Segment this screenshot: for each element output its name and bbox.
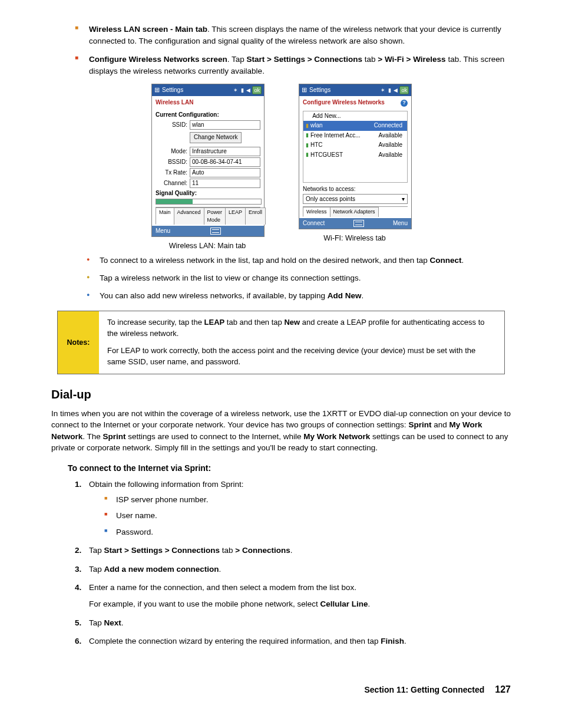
screenshot-body: Current Configuration: SSID:wlan Change … — [152, 108, 264, 226]
keyboard-icon[interactable] — [210, 228, 221, 235]
bullet-wlan-main: Wireless LAN screen - Main tab. This scr… — [75, 24, 511, 47]
signal-icon: ▮ — [306, 131, 309, 139]
sub-bullet-list: To connect to a wireless network in the … — [51, 255, 511, 301]
status-icons: ✶ ▮ ◀ — [233, 87, 251, 94]
tab-main[interactable]: Main — [156, 207, 174, 225]
notes-box: Notes: To increase security, tap the LEA… — [57, 311, 505, 374]
access-dropdown[interactable]: Only access points▾ — [303, 194, 408, 204]
caption-1: Wireless LAN: Main tab — [151, 241, 263, 251]
step-6: Complete the connection wizard by enteri… — [75, 635, 511, 647]
screenshot-configure-wireless: ⊞ Settings ✶ ▮ ◀ ok Configure Wireless N… — [299, 84, 411, 251]
tab-wireless[interactable]: Wireless — [303, 207, 330, 217]
document-page: Wireless LAN screen - Main tab. This scr… — [39, 24, 523, 696]
step-1-item: ISP server phone number. — [104, 494, 511, 506]
signal-quality-label: Signal Quality: — [156, 189, 260, 198]
current-config-label: Current Configuration: — [156, 111, 260, 120]
footer-page: 127 — [495, 683, 511, 696]
menu-button[interactable]: Menu — [156, 227, 170, 236]
step-4: Enter a name for the connection, and the… — [75, 582, 511, 610]
screenshot-wlan-frame: ⊞ Settings ✶ ▮ ◀ ok Wireless LAN Current… — [151, 84, 265, 237]
step-1: Obtain the following information from Sp… — [75, 479, 511, 538]
titlebar: ⊞ Settings ✶ ▮ ◀ ok — [299, 84, 411, 96]
tabs-row: Main Advanced Power Mode LEAP Enroll — [156, 207, 260, 225]
notes-label: Notes: — [58, 311, 99, 373]
network-row[interactable]: ▮Free Internet Acc...Available — [303, 131, 407, 141]
network-row[interactable]: ▮HTCGUESTAvailable — [303, 150, 407, 160]
subheading: To connect to the Internet via Sprint: — [68, 462, 511, 474]
sub-bullet-view-settings: Tap a wireless network in the list to vi… — [87, 272, 511, 284]
menu-button[interactable]: Menu — [393, 219, 408, 228]
windows-icon: ⊞ — [302, 85, 307, 95]
top-bullet-list: Wireless LAN screen - Main tab. This scr… — [51, 24, 511, 77]
bullet-configure: Configure Wireless Networks screen. Tap … — [75, 54, 511, 77]
notes-p1: To increase security, tap the LEAP tab a… — [107, 317, 496, 340]
footer-section: Section 11: Getting Connected — [364, 684, 484, 696]
steps-list: Obtain the following information from Sp… — [51, 479, 511, 647]
add-new-row[interactable]: Add New... — [303, 111, 407, 121]
screenshot-wlan-main: ⊞ Settings ✶ ▮ ◀ ok Wireless LAN Current… — [151, 84, 263, 251]
mode-input[interactable]: Infrastructure — [190, 147, 260, 156]
screenshot-body: Add New... ▮wlanConnected ▮Free Internet… — [299, 108, 411, 219]
ssid-input[interactable]: wlan — [190, 120, 260, 130]
step-3: Tap Add a new modem connection. — [75, 564, 511, 575]
tab-enroll[interactable]: Enroll — [245, 207, 266, 225]
ok-button[interactable]: ok — [252, 86, 262, 94]
signal-icon: ▮ — [306, 122, 309, 130]
screenshot-configure-frame: ⊞ Settings ✶ ▮ ◀ ok Configure Wireless N… — [299, 84, 412, 229]
bssid-input[interactable]: 00-0B-86-34-07-41 — [190, 157, 260, 167]
sub-bullet-add-new: You can also add new wireless networks, … — [87, 290, 511, 302]
step-4-extra: For example, if you want to use the mobi… — [89, 598, 511, 610]
signal-icon: ▮ — [306, 151, 309, 159]
step-5: Tap Next. — [75, 617, 511, 629]
access-label: Networks to access: — [303, 185, 408, 194]
help-icon[interactable]: ? — [401, 100, 408, 107]
notes-p2: For LEAP to work correctly, both the acc… — [107, 345, 496, 368]
txrate-input[interactable]: Auto — [190, 168, 260, 177]
dialup-paragraph: In times when you are not within the cov… — [51, 408, 511, 454]
dialup-heading: Dial-up — [51, 386, 511, 403]
network-row[interactable]: ▮HTCAvailable — [303, 140, 407, 150]
network-row[interactable]: ▮wlanConnected — [303, 121, 407, 131]
bullet-configure-title: Configure Wireless Networks screen — [89, 55, 227, 64]
ok-button[interactable]: ok — [399, 86, 409, 94]
tab-advanced[interactable]: Advanced — [174, 207, 204, 225]
tabs-row: Wireless Network Adapters — [303, 206, 408, 217]
section-header: Wireless LAN — [152, 96, 264, 108]
tab-leap[interactable]: LEAP — [225, 207, 246, 225]
page-footer: Section 11: Getting Connected 127 — [51, 683, 511, 696]
tab-power-mode[interactable]: Power Mode — [204, 207, 226, 225]
titlebar-text: Settings — [309, 86, 330, 95]
step-2: Tap Start > Settings > Connections tab >… — [75, 545, 511, 556]
bullet-wlan-main-title: Wireless LAN screen - Main tab — [89, 25, 207, 34]
change-network-button[interactable]: Change Network — [190, 132, 242, 143]
chevron-down-icon: ▾ — [402, 195, 405, 204]
notes-body: To increase security, tap the LEAP tab a… — [99, 311, 504, 373]
section-header: Configure Wireless Networks ? — [299, 96, 411, 108]
screenshots-row: ⊞ Settings ✶ ▮ ◀ ok Wireless LAN Current… — [51, 84, 511, 251]
status-icons: ✶ ▮ ◀ — [381, 87, 398, 94]
titlebar-text: Settings — [162, 86, 183, 95]
menubar: Menu — [152, 226, 264, 236]
network-list[interactable]: Add New... ▮wlanConnected ▮Free Internet… — [303, 111, 408, 183]
tab-network-adapters[interactable]: Network Adapters — [330, 207, 379, 217]
menubar: Connect Menu — [299, 218, 411, 229]
signal-icon: ▮ — [306, 141, 309, 149]
sub-bullet-connect: To connect to a wireless network in the … — [87, 255, 511, 266]
channel-input[interactable]: 11 — [190, 179, 260, 188]
step-1-item: User name. — [104, 510, 511, 522]
signal-quality-bar — [156, 199, 262, 205]
keyboard-icon[interactable] — [353, 220, 364, 227]
step-1-items: ISP server phone number. User name. Pass… — [89, 494, 511, 538]
windows-icon: ⊞ — [154, 85, 160, 95]
titlebar: ⊞ Settings ✶ ▮ ◀ ok — [152, 84, 264, 96]
step-1-item: Password. — [104, 526, 511, 538]
caption-2: Wi-FI: Wireless tab — [299, 233, 411, 243]
connect-button[interactable]: Connect — [303, 219, 325, 228]
